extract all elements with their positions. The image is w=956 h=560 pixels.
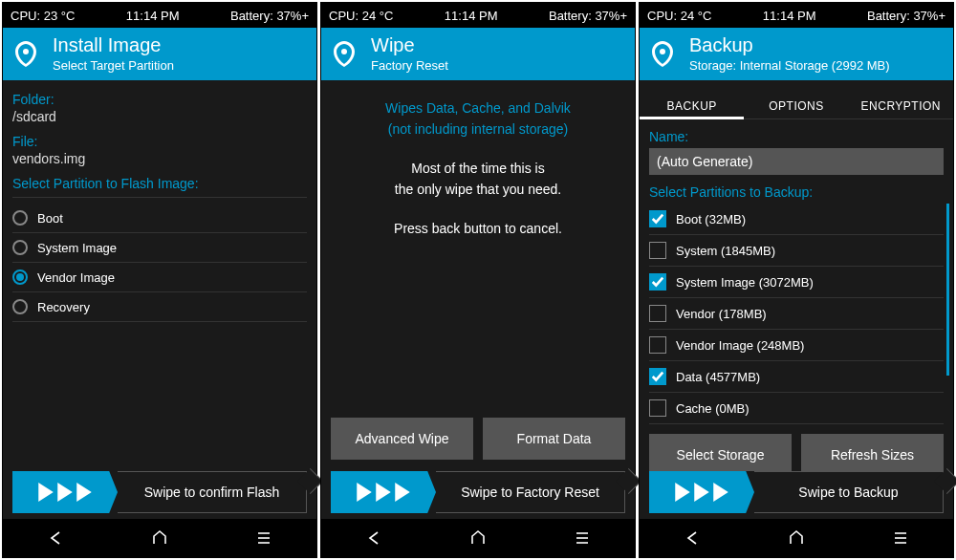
page-title: Wipe — [371, 33, 448, 56]
partition-check-system[interactable]: System (1845MB) — [649, 235, 944, 267]
swipe-backup[interactable]: Swipe to Backup — [649, 471, 944, 513]
tab-backup[interactable]: BACKUP — [640, 92, 744, 118]
radio-icon — [12, 299, 28, 314]
header-text: Backup Storage: Internal Storage (2992 M… — [689, 33, 890, 73]
refresh-sizes-button[interactable]: Refresh Sizes — [801, 434, 944, 471]
radio-icon — [12, 269, 28, 285]
select-partitions-label: Select Partitions to Backup: — [649, 184, 944, 200]
checkbox-label: System (1845MB) — [676, 244, 775, 258]
status-bar: CPU: 24 °C 11:14 PM Battery: 37%+ — [640, 3, 953, 28]
format-data-button[interactable]: Format Data — [483, 418, 625, 460]
screen-backup: CPU: 24 °C 11:14 PM Battery: 37%+ Backup… — [639, 2, 954, 558]
radio-icon — [12, 240, 28, 255]
nav-back-icon[interactable] — [683, 528, 702, 548]
checkbox-label: Boot (32MB) — [676, 212, 746, 226]
advanced-wipe-button[interactable]: Advanced Wipe — [331, 418, 473, 460]
partition-radio-group: BootSystem ImageVendor ImageRecovery — [12, 204, 307, 322]
radio-label: System Image — [37, 241, 117, 255]
swipe-factory-reset[interactable]: Swipe to Factory Reset — [331, 471, 625, 513]
tab-options[interactable]: OPTIONS — [744, 92, 848, 118]
nav-back-icon[interactable] — [46, 528, 65, 548]
backup-name-input[interactable] — [649, 148, 944, 175]
header-text: Install Image Select Target Partition — [53, 33, 174, 73]
partition-check-boot[interactable]: Boot (32MB) — [649, 204, 944, 235]
checkbox-icon — [649, 336, 666, 354]
checkbox-label: Vendor Image (248MB) — [676, 338, 804, 353]
wipe-info-3: Press back button to cancel. — [331, 218, 625, 239]
header: Install Image Select Target Partition — [3, 28, 316, 80]
slider-handle[interactable] — [12, 471, 118, 513]
nav-recent-icon[interactable] — [891, 528, 910, 548]
slider-label: Swipe to Factory Reset — [436, 471, 625, 513]
page-subtitle: Factory Reset — [371, 58, 448, 73]
page-title: Install Image — [53, 33, 174, 56]
status-battery: Battery: 37%+ — [867, 9, 945, 23]
file-label: File: — [12, 134, 307, 149]
twrp-logo-icon — [329, 38, 359, 69]
header: Backup Storage: Internal Storage (2992 M… — [640, 28, 953, 80]
checkbox-icon — [649, 305, 666, 322]
partition-check-data[interactable]: Data (4577MB) — [649, 361, 944, 393]
checkbox-label: Data (4577MB) — [676, 370, 760, 384]
partition-radio-vendor-image[interactable]: Vendor Image — [12, 263, 307, 292]
radio-label: Vendor Image — [37, 270, 115, 285]
radio-label: Boot — [37, 211, 63, 226]
radio-label: Recovery — [37, 300, 90, 314]
partition-check-vendor[interactable]: Vendor (178MB) — [649, 298, 944, 330]
file-value: vendors.img — [12, 151, 307, 166]
select-storage-button[interactable]: Select Storage — [649, 434, 792, 471]
page-title: Backup — [689, 33, 890, 56]
partition-check-vendor[interactable]: Vendor Image (248MB) — [649, 330, 944, 361]
checkbox-icon — [649, 273, 666, 291]
body: Folder: /sdcard File: vendors.img Select… — [3, 80, 316, 471]
status-cpu: CPU: 24 °C — [329, 9, 393, 23]
header-text: Wipe Factory Reset — [371, 33, 448, 73]
status-cpu: CPU: 23 °C — [11, 9, 75, 23]
name-label: Name: — [649, 129, 944, 144]
wipe-info-1: Wipes Data, Cache, and Dalvik (not inclu… — [331, 97, 625, 140]
slider-label: Swipe to Backup — [754, 471, 944, 513]
status-battery: Battery: 37%+ — [549, 9, 627, 23]
slider-handle[interactable] — [649, 471, 754, 513]
partition-check-list: Boot (32MB)System (1845MB)System Image (… — [649, 204, 944, 424]
swipe-confirm-flash[interactable]: Swipe to confirm Flash — [12, 471, 307, 513]
folder-value: /sdcard — [12, 109, 307, 124]
nav-recent-icon[interactable] — [573, 528, 592, 548]
status-bar: CPU: 23 °C 11:14 PM Battery: 37%+ — [3, 3, 316, 28]
nav-bar — [640, 519, 953, 557]
nav-home-icon[interactable] — [468, 528, 488, 548]
status-bar: CPU: 24 °C 11:14 PM Battery: 37%+ — [321, 3, 635, 28]
nav-home-icon[interactable] — [150, 528, 169, 548]
checkbox-icon — [649, 242, 666, 259]
page-subtitle: Select Target Partition — [53, 58, 174, 73]
nav-back-icon[interactable] — [364, 528, 383, 548]
partition-check-system[interactable]: System Image (3072MB) — [649, 267, 944, 298]
header: Wipe Factory Reset — [321, 28, 635, 80]
checkbox-label: Vendor (178MB) — [676, 307, 767, 321]
select-partition-label: Select Partition to Flash Image: — [12, 176, 307, 191]
partition-check-cache[interactable]: Cache (0MB) — [649, 393, 944, 424]
nav-recent-icon[interactable] — [254, 528, 273, 548]
radio-icon — [12, 210, 28, 226]
status-time: 11:14 PM — [445, 9, 498, 23]
status-battery: Battery: 37%+ — [230, 9, 309, 23]
nav-bar — [3, 519, 316, 557]
divider — [12, 197, 307, 198]
partition-radio-boot[interactable]: Boot — [12, 204, 307, 233]
nav-bar — [321, 519, 635, 557]
tab-encryption[interactable]: ENCRYPTION — [849, 92, 953, 118]
screen-install: CPU: 23 °C 11:14 PM Battery: 37%+ Instal… — [2, 2, 317, 558]
partition-radio-recovery[interactable]: Recovery — [12, 292, 307, 322]
scrollbar-indicator[interactable] — [946, 204, 949, 376]
screen-wipe: CPU: 24 °C 11:14 PM Battery: 37%+ Wipe F… — [320, 2, 636, 558]
partition-list-wrap: Boot (32MB)System (1845MB)System Image (… — [649, 204, 944, 424]
partition-radio-system-image[interactable]: System Image — [12, 233, 307, 263]
twrp-logo-icon — [647, 38, 678, 69]
body: BACKUPOPTIONSENCRYPTION Name: Select Par… — [640, 80, 953, 471]
nav-home-icon[interactable] — [787, 528, 806, 548]
status-time: 11:14 PM — [763, 9, 816, 23]
twrp-logo-icon — [11, 38, 41, 69]
slider-handle[interactable] — [331, 471, 436, 513]
status-time: 11:14 PM — [126, 9, 180, 23]
slider-label: Swipe to confirm Flash — [118, 471, 307, 513]
